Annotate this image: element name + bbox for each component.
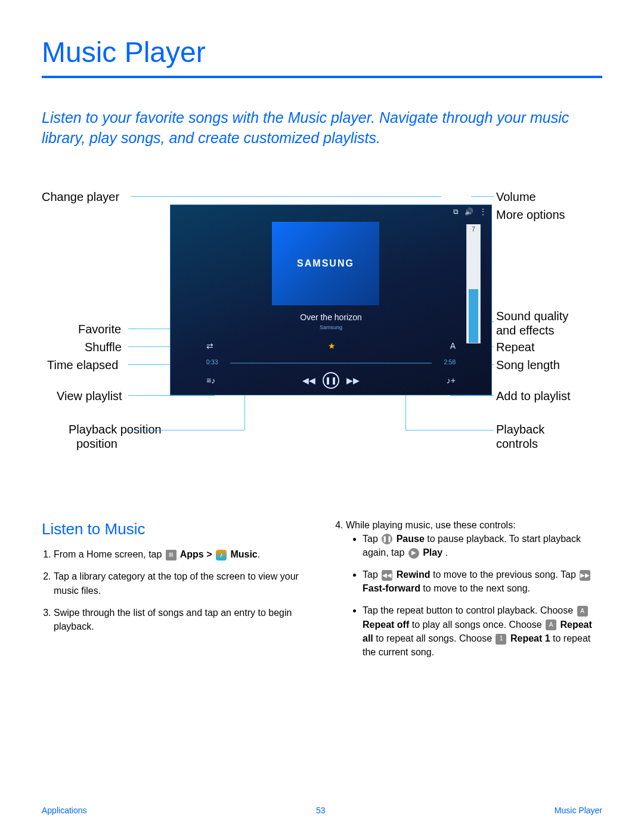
callout-change-player: Change player (42, 190, 119, 204)
callout-add-playlist: Add to playlist (496, 389, 571, 403)
footer-right: Music Player (555, 806, 602, 815)
favorite-icon[interactable]: ★ (328, 341, 336, 351)
time-elapsed-value: 0:33 (206, 359, 218, 366)
intro-text: Listen to your favorite songs with the M… (42, 108, 602, 148)
repeat-off-inline-icon: A (577, 606, 588, 617)
bullet-rewind: Tap ◀◀ Rewind to move to the previous so… (363, 568, 602, 595)
song-artist: Samsung (171, 324, 491, 330)
view-playlist-icon[interactable]: ≡♪ (206, 376, 215, 385)
callout-playback-position-2: position (76, 437, 117, 451)
step-2: Tap a library category at the top of the… (54, 569, 310, 597)
play-inline-icon: ▶ (408, 548, 419, 559)
rewind-icon[interactable]: ◀◀ (302, 376, 315, 385)
callout-shuffle: Shuffle (85, 340, 122, 354)
forward-icon[interactable]: ▶▶ (346, 376, 360, 385)
pause-button[interactable]: ❚❚ (323, 372, 339, 389)
progress-bar[interactable] (230, 363, 432, 364)
instruction-columns: Listen to Music From a Home screen, tap … (42, 518, 602, 668)
more-icon[interactable]: ⋮ (479, 208, 487, 216)
pause-inline-icon: ❚❚ (382, 534, 392, 544)
callout-more-options: More options (496, 208, 565, 222)
callout-volume: Volume (496, 190, 536, 204)
callout-sound-quality-2: and effects (496, 324, 554, 337)
playback-controls: ◀◀ ❚❚ ▶▶ (302, 372, 360, 389)
music-app-icon: ♪ (216, 550, 227, 561)
callout-playback-controls-1: Playback (496, 423, 544, 436)
callout-song-length: Song length (496, 358, 560, 372)
volume-level: 7 (467, 226, 480, 233)
repeat-all-inline-icon: A (546, 620, 556, 630)
callout-playback-controls-2: controls (496, 437, 538, 451)
music-player-screenshot: ⧉ 🔊 ⋮ SAMSUNG Over the horizon Samsung 7… (170, 205, 492, 395)
footer-page-number: 53 (316, 806, 326, 815)
step-3: Swipe through the list of songs and tap … (54, 606, 310, 633)
add-to-playlist-icon[interactable]: ♪+ (447, 376, 456, 385)
repeat-icon[interactable]: A (450, 341, 456, 351)
volume-slider[interactable]: 7 (466, 224, 481, 343)
time-total-value: 2:58 (444, 359, 456, 366)
album-art: SAMSUNG (272, 222, 379, 305)
page-footer: Applications 53 Music Player (42, 806, 602, 815)
change-player-icon[interactable]: ⧉ (453, 208, 459, 216)
callout-favorite: Favorite (78, 323, 121, 336)
footer-left: Applications (42, 806, 87, 815)
callout-time-elapsed: Time elapsed (47, 358, 118, 372)
callout-sound-quality-1: Sound quality (496, 309, 568, 323)
title-rule (42, 76, 602, 78)
step-1: From a Home screen, tap ⊞ Apps > ♪ Music… (54, 547, 310, 561)
ff-inline-icon: ▶▶ (580, 570, 590, 581)
bullet-pause: Tap ❚❚ Pause to pause playback. To start… (363, 532, 602, 559)
callout-view-playlist: View playlist (57, 389, 122, 403)
rewind-inline-icon: ◀◀ (382, 570, 392, 581)
shuffle-icon[interactable]: ⇄ (206, 341, 213, 351)
apps-icon: ⊞ (166, 550, 177, 561)
volume-icon[interactable]: 🔊 (465, 208, 473, 216)
callout-repeat: Repeat (496, 340, 535, 354)
step-4: While playing music, use these controls:… (346, 518, 602, 659)
repeat-1-inline-icon: 1 (496, 634, 506, 645)
page-title: Music Player (42, 36, 602, 69)
section-heading: Listen to Music (42, 518, 310, 541)
player-diagram: Change player Favorite Shuffle Time elap… (42, 184, 602, 494)
song-title: Over the horizon (171, 312, 491, 322)
bullet-repeat: Tap the repeat button to control playbac… (363, 603, 602, 659)
